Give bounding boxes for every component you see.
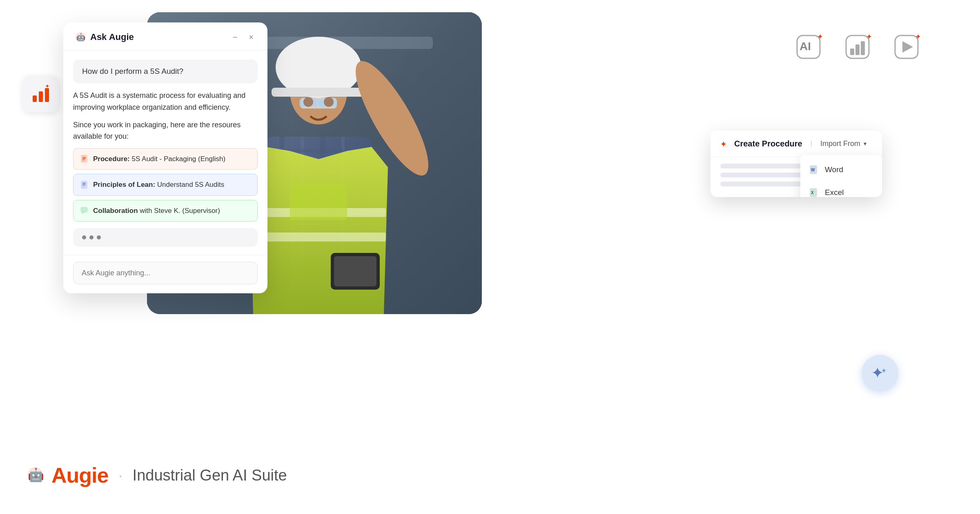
content-line-2 [720,173,811,177]
divider: | [811,140,812,147]
svg-rect-29 [39,91,43,102]
chevron-down-icon: ▾ [864,140,866,147]
typing-dot-2 [89,235,94,239]
import-from-label: Import From [820,140,860,148]
resource-card-collab[interactable]: Collaboration with Steve K. (Supervisor) [73,200,258,222]
svg-point-26 [303,97,313,107]
close-button[interactable]: × [246,32,256,43]
bottom-branding: 🤖 Augie · Industrial Gen AI Suite [24,463,287,487]
collab-card-text: Collaboration with Steve K. (Supervisor) [93,205,220,216]
augie-logo-icon: 🤖 [75,31,86,43]
ai-video-sparkle: ✦ [915,32,921,41]
brand-tagline: Industrial Gen AI Suite [133,467,287,484]
lean-card-text: Principles of Lean: Understand 5S Audits [93,179,224,190]
collab-chat-icon [80,206,89,215]
procedure-card-text: Procedure: 5S Audit - Packaging (English… [93,153,225,164]
svg-text:🤖: 🤖 [28,467,44,483]
svg-rect-48 [861,41,865,55]
dialog-controls: − × [230,32,256,43]
brand-separator: · [118,466,122,485]
ask-augie-dialog: 🤖 Ask Augie − × How do I perform a 5S Au… [63,22,267,293]
ai-chart-sparkle: ✦ [866,32,872,41]
import-word-label: Word [825,165,843,174]
svg-text:✦: ✦ [45,84,50,89]
excel-icon: X [809,188,819,197]
svg-rect-21 [251,233,386,241]
svg-text:✦: ✦ [881,367,887,375]
create-proc-sparkle-icon: ✦ [720,139,730,148]
toolbar-icons: AI ✦ ✦ ✦ [792,31,923,63]
import-word-item[interactable]: W Word [800,158,882,181]
dialog-input-area [63,255,267,293]
svg-rect-38 [81,181,87,188]
svg-rect-39 [82,183,86,184]
svg-rect-42 [81,207,87,212]
ai-response-p2: Since you work in packaging, here are th… [73,119,258,143]
svg-text:X: X [811,191,814,195]
svg-marker-50 [902,41,913,53]
svg-text:W: W [811,168,815,172]
typing-dot-1 [82,235,86,239]
ai-video-button[interactable]: ✦ [890,31,923,63]
svg-rect-28 [33,95,37,102]
svg-rect-22 [290,184,347,220]
ai-response: A 5S Audit is a systematic process for e… [73,90,258,222]
svg-rect-8 [272,88,365,97]
svg-rect-46 [850,49,854,55]
create-proc-title: ✦ Create Procedure [720,139,802,148]
brand-logo: 🤖 Augie [24,463,108,487]
user-message: How do I perform a 5S Audit? [73,60,258,83]
ai-write-button[interactable]: AI ✦ [792,31,825,63]
dialog-title-area: 🤖 Ask Augie [75,31,134,43]
ai-response-p1: A 5S Audit is a systematic process for e… [73,90,258,113]
svg-rect-30 [45,88,49,102]
lean-book-icon [80,180,89,189]
create-procedure-panel: ✦ Create Procedure | Import From ▾ W Wor… [710,131,882,197]
svg-rect-36 [82,158,86,159]
import-excel-label: Excel [825,188,844,197]
minimize-button[interactable]: − [230,32,240,43]
create-proc-header: ✦ Create Procedure | Import From ▾ W Wor… [710,131,882,157]
resource-card-procedure[interactable]: Procedure: 5S Audit - Packaging (English… [73,148,258,170]
word-icon: W [809,165,819,175]
svg-text:🤖: 🤖 [76,33,86,42]
brand-name: Augie [51,463,108,487]
sparkle-button[interactable]: ✦ ✦ [862,355,898,392]
typing-indicator [73,228,258,247]
dialog-title: Ask Augie [90,32,134,42]
svg-rect-41 [82,185,85,186]
augie-brand-icon: 🤖 [24,465,46,486]
create-proc-title-text: Create Procedure [734,139,802,148]
procedure-doc-icon [80,155,89,164]
import-excel-item[interactable]: X Excel [800,181,882,197]
import-from-button[interactable]: Import From ▾ [820,140,866,148]
sidebar-chart-icon[interactable]: ✦ [22,75,59,112]
resource-card-lean[interactable]: Principles of Lean: Understand 5S Audits [73,174,258,195]
svg-text:AI: AI [800,40,811,53]
svg-rect-37 [82,160,85,160]
sparkle-icon: ✦ ✦ [869,363,891,384]
svg-rect-47 [855,44,860,55]
svg-rect-35 [82,157,86,158]
ai-chart-button[interactable]: ✦ [841,31,874,63]
dialog-body: How do I perform a 5S Audit? A 5S Audit … [63,60,267,247]
dialog-header: 🤖 Ask Augie − × [63,22,267,51]
typing-dot-3 [97,235,101,239]
svg-text:✦: ✦ [720,140,726,148]
import-dropdown: W Word X Excel Image [800,155,882,197]
ai-write-sparkle: ✦ [817,32,823,41]
svg-point-27 [324,97,334,107]
svg-rect-25 [334,256,376,286]
svg-rect-40 [82,184,86,185]
ask-augie-input[interactable] [73,262,258,284]
